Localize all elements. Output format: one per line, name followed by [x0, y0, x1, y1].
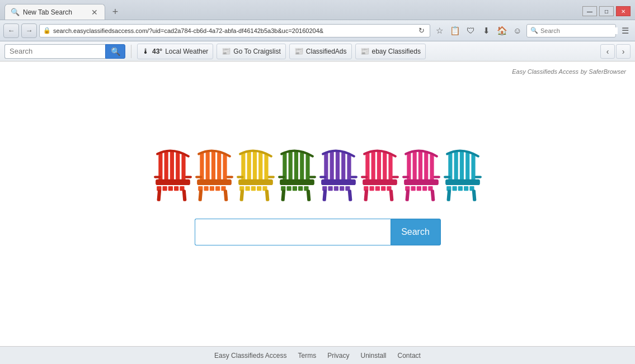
- svg-rect-42: [267, 176, 274, 178]
- svg-rect-14: [182, 189, 186, 201]
- tab-close-button[interactable]: ✕: [90, 8, 99, 17]
- svg-rect-91: [412, 150, 416, 184]
- reload-button[interactable]: ↻: [417, 26, 426, 35]
- new-tab-button[interactable]: +: [107, 4, 123, 20]
- svg-rect-0: [158, 152, 162, 184]
- main-search-button[interactable]: Search: [391, 219, 441, 245]
- svg-rect-84: [381, 186, 385, 191]
- svg-rect-53: [292, 186, 297, 191]
- svg-rect-17: [211, 150, 215, 184]
- maximize-button[interactable]: □: [599, 6, 614, 16]
- toolbar-search-button[interactable]: 🔍: [105, 44, 125, 59]
- svg-rect-26: [195, 176, 202, 178]
- svg-rect-72: [350, 176, 357, 178]
- chair-green-chair: [277, 149, 317, 202]
- svg-rect-49: [305, 154, 309, 182]
- svg-rect-78: [383, 152, 387, 184]
- toolbar-next-button[interactable]: ›: [616, 44, 631, 59]
- svg-rect-31: [247, 150, 251, 184]
- svg-rect-113: [458, 186, 462, 191]
- craigslist-link[interactable]: 📰 Go To Craigslist: [217, 44, 285, 59]
- svg-rect-95: [404, 179, 439, 185]
- svg-rect-20: [197, 179, 232, 185]
- weather-link[interactable]: 🌡 43° Local Weather: [137, 44, 213, 59]
- download-button[interactable]: ⬇: [479, 24, 493, 37]
- chair-purple-chair: [318, 149, 359, 202]
- svg-rect-117: [474, 176, 481, 178]
- svg-rect-35: [238, 179, 273, 185]
- branding-sub: by SaferBrowser: [581, 68, 626, 75]
- svg-rect-97: [411, 186, 415, 191]
- browser-frame: 🔍 New Tab Search ✕ + — □ ✕ ← → 🔒 search.…: [0, 0, 635, 364]
- svg-rect-116: [444, 176, 450, 178]
- chair-pink-chair: [401, 149, 441, 202]
- weather-label: Local Weather: [165, 48, 208, 55]
- svg-rect-62: [335, 150, 339, 184]
- svg-rect-98: [416, 186, 421, 191]
- svg-rect-71: [319, 176, 326, 178]
- tab-title: New Tab Search: [23, 8, 87, 16]
- svg-rect-102: [433, 176, 440, 178]
- svg-rect-11: [154, 176, 161, 178]
- footer-link-uninstall[interactable]: Uninstall: [361, 352, 387, 360]
- svg-rect-86: [361, 176, 368, 178]
- svg-rect-28: [198, 189, 203, 201]
- svg-rect-1: [164, 150, 168, 184]
- toolbar-search-input[interactable]: [4, 44, 105, 59]
- svg-rect-23: [209, 186, 214, 191]
- bookmark-button[interactable]: ☆: [432, 24, 446, 37]
- svg-rect-57: [309, 176, 316, 178]
- svg-rect-22: [204, 186, 208, 191]
- pocket-button[interactable]: 📋: [448, 24, 462, 37]
- svg-rect-65: [321, 179, 356, 185]
- chairs-illustration: [153, 140, 483, 202]
- profile-button[interactable]: ☺: [511, 24, 524, 37]
- main-search-input[interactable]: [195, 219, 391, 245]
- footer-link-easy-classifieds[interactable]: Easy Classifieds Access: [214, 352, 286, 360]
- svg-rect-119: [472, 189, 476, 201]
- footer-link-terms[interactable]: Terms: [298, 352, 316, 360]
- forward-button[interactable]: →: [21, 23, 37, 38]
- address-bar[interactable]: 🔒 search.easyclassifiedsaccess.com/?uid=…: [39, 24, 430, 37]
- footer-link-privacy[interactable]: Privacy: [327, 352, 349, 360]
- chair-yellow-chair: [236, 149, 276, 202]
- home-button[interactable]: 🏠: [495, 24, 509, 37]
- nav-search-bar[interactable]: 🔍: [526, 24, 616, 37]
- svg-rect-104: [430, 189, 435, 201]
- svg-rect-29: [223, 189, 228, 201]
- ebay-label: ebay Classifieds: [372, 48, 421, 55]
- svg-rect-107: [459, 150, 463, 184]
- nav-search-input[interactable]: [540, 27, 618, 34]
- nav-search-icon: 🔍: [530, 27, 538, 34]
- minimize-button[interactable]: —: [582, 6, 597, 16]
- chair-red-chair: [153, 149, 193, 202]
- svg-rect-41: [237, 176, 243, 178]
- footer: Easy Classifieds Access Terms Privacy Un…: [0, 346, 635, 364]
- svg-rect-93: [424, 152, 428, 184]
- svg-rect-30: [241, 152, 245, 184]
- svg-rect-76: [371, 150, 375, 184]
- svg-rect-27: [226, 176, 233, 178]
- craigslist-label: Go To Craigslist: [233, 48, 280, 55]
- ebay-link[interactable]: 📰 ebay Classifieds: [355, 44, 426, 59]
- svg-rect-54: [298, 186, 303, 191]
- classifiedads-link[interactable]: 📰 ClassifiedAds: [289, 44, 352, 59]
- svg-rect-74: [347, 189, 352, 201]
- svg-rect-9: [174, 186, 178, 191]
- svg-rect-15: [200, 152, 204, 184]
- weather-temp: 43°: [152, 48, 162, 55]
- svg-rect-13: [157, 189, 161, 201]
- main-search: Search: [195, 219, 441, 245]
- menu-button[interactable]: ☰: [618, 24, 632, 37]
- close-button[interactable]: ✕: [616, 6, 631, 16]
- chair-pink-red-chair: [360, 149, 400, 202]
- footer-link-contact[interactable]: Contact: [398, 352, 421, 360]
- svg-rect-68: [333, 186, 338, 191]
- svg-rect-8: [168, 186, 172, 191]
- svg-rect-47: [294, 150, 298, 184]
- toolbar-prev-button[interactable]: ‹: [600, 44, 615, 59]
- back-button[interactable]: ←: [3, 23, 19, 38]
- shield-button[interactable]: 🛡: [464, 24, 477, 37]
- browser-tab[interactable]: 🔍 New Tab Search ✕: [4, 4, 105, 20]
- svg-rect-37: [245, 186, 250, 191]
